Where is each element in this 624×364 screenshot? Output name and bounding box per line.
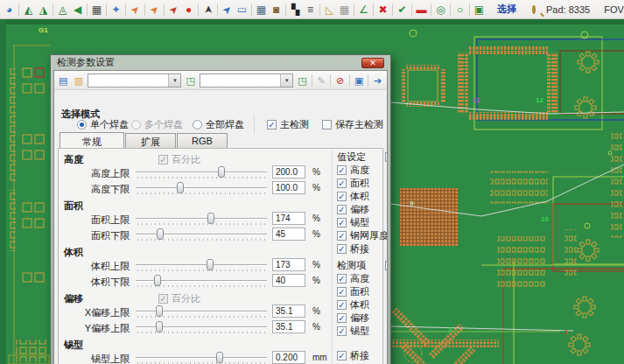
slider-thumb[interactable]: [154, 275, 161, 286]
dart-orange-2-icon[interactable]: ➤: [143, 0, 165, 21]
camera-nav-icon[interactable]: ◕: [2, 1, 17, 18]
chart-icon[interactable]: ∠: [356, 1, 371, 18]
magnifier-icon[interactable]: [532, 5, 536, 14]
tab-常规[interactable]: 常规: [60, 132, 124, 150]
check-item[interactable]: ✓面积: [337, 285, 388, 298]
param-slider[interactable]: [136, 166, 267, 180]
export-icon[interactable]: ➔: [371, 73, 384, 88]
add-profile-icon[interactable]: ▥: [73, 73, 86, 88]
check-item-box-0-1[interactable]: ✓: [337, 178, 347, 188]
check-item[interactable]: ✓高度: [337, 164, 388, 177]
param-slider[interactable]: [136, 259, 267, 273]
check-item-box-0-6[interactable]: ✓: [337, 244, 347, 254]
mode-checkbox-1[interactable]: 保存主检测: [322, 118, 383, 131]
check-item-box-0-3[interactable]: ✓: [337, 205, 347, 214]
param-value-input[interactable]: [272, 212, 305, 225]
prism-icon[interactable]: ◬: [55, 1, 70, 18]
slider-thumb[interactable]: [216, 352, 223, 363]
profile-combo-1-dropdown-icon[interactable]: ▼: [168, 74, 180, 87]
check-item-box-0-0[interactable]: ✓: [337, 165, 347, 175]
mesh-icon[interactable]: ▦: [337, 1, 352, 18]
check-item-box-1-1[interactable]: ✓: [337, 287, 347, 297]
param-value-input[interactable]: [272, 228, 305, 241]
zoom-region-a-icon[interactable]: ◭: [21, 1, 36, 18]
stop-square-icon[interactable]: ▣: [472, 1, 487, 18]
check-item[interactable]: ✓面积: [337, 177, 388, 190]
slider-thumb[interactable]: [218, 166, 225, 178]
slider-thumb[interactable]: [156, 305, 163, 317]
save-icon[interactable]: ▣: [353, 73, 366, 88]
param-value-input[interactable]: [272, 351, 305, 364]
param-slider[interactable]: [136, 213, 267, 227]
mode-checkbox-box-0[interactable]: ✓: [267, 120, 277, 130]
tools-icon[interactable]: ✦: [109, 1, 123, 18]
check-item[interactable]: ✓桥接: [337, 349, 388, 362]
check-apply-icon[interactable]: ✔: [395, 1, 410, 18]
pushpin-icon[interactable]: ➤: [200, 2, 217, 17]
mode-checkbox-box-1[interactable]: [322, 120, 332, 130]
check-item[interactable]: ✓桥接: [337, 242, 388, 256]
check-group-master-checkbox-1[interactable]: [385, 261, 388, 270]
slider-thumb[interactable]: [156, 321, 163, 332]
check-item-box-1-3[interactable]: ✓: [337, 313, 347, 323]
grid-window-icon[interactable]: ▦: [254, 1, 269, 18]
param-value-input[interactable]: [272, 181, 305, 194]
select-mode-button[interactable]: 选择: [497, 3, 516, 16]
ruler-icon[interactable]: ◺: [322, 1, 337, 18]
tiles-icon[interactable]: ▚: [288, 1, 303, 18]
camera-icon[interactable]: ◙: [269, 1, 284, 18]
minus-icon[interactable]: ▬: [414, 1, 429, 18]
check-item[interactable]: ✓偏移: [337, 312, 388, 325]
param-slider[interactable]: [136, 275, 267, 289]
check-item[interactable]: ✓体积: [337, 298, 388, 312]
check-item[interactable]: ✓锡型: [337, 325, 388, 338]
apply-profile-1-icon[interactable]: ◳: [184, 73, 197, 88]
check-item[interactable]: ✓偏移: [337, 203, 388, 216]
param-value-input[interactable]: [272, 165, 305, 178]
percent-checkbox-box-3[interactable]: ✓: [158, 294, 168, 304]
pad-mode-radio-2[interactable]: 全部焊盘: [193, 118, 244, 131]
save-profile-icon[interactable]: ▤: [57, 73, 70, 88]
check-item-box-0-5[interactable]: ✓: [337, 231, 347, 241]
param-value-input[interactable]: [272, 320, 305, 333]
cone-icon[interactable]: ◀: [70, 1, 85, 18]
target-icon[interactable]: ◎: [433, 1, 448, 18]
profile-combo-2[interactable]: ▼: [200, 74, 293, 88]
check-item-box-0-2[interactable]: ✓: [337, 192, 347, 201]
param-slider[interactable]: [136, 228, 267, 242]
close-button[interactable]: ✕: [361, 58, 384, 68]
apply-profile-2-icon[interactable]: ◳: [296, 73, 309, 88]
check-group-master-checkbox-0[interactable]: ✓: [385, 152, 388, 162]
image-icon[interactable]: ▦: [89, 1, 104, 18]
zoom-region-b-icon[interactable]: ◮: [36, 1, 51, 18]
check-item-box-1-2[interactable]: ✓: [337, 300, 347, 310]
param-slider[interactable]: [136, 182, 267, 196]
check-item-box-1-0[interactable]: ✓: [337, 274, 347, 284]
check-item[interactable]: ✓钢网厚度: [337, 229, 388, 242]
param-value-input[interactable]: [272, 304, 305, 318]
dialog-titlebar[interactable]: 检测参数设置 ✕: [53, 55, 388, 70]
dart-orange-1-icon[interactable]: ➤: [123, 0, 146, 21]
pad-mode-radio-0[interactable]: 单个焊盘: [77, 118, 129, 131]
slider-thumb[interactable]: [157, 228, 164, 240]
check-item-box-0-4[interactable]: ✓: [337, 218, 347, 228]
check-item-box-1-6[interactable]: ✓: [337, 351, 347, 360]
param-value-input[interactable]: [272, 258, 305, 271]
circle-icon[interactable]: ○: [452, 1, 467, 18]
delete-icon[interactable]: ✖: [375, 1, 390, 18]
profile-combo-2-dropdown-icon[interactable]: ▼: [280, 74, 292, 87]
slider-thumb[interactable]: [177, 182, 184, 193]
check-item-box-1-4[interactable]: ✓: [337, 326, 347, 336]
slider-thumb[interactable]: [207, 259, 214, 270]
check-item[interactable]: ✓高度: [337, 272, 388, 285]
param-slider[interactable]: [136, 321, 267, 335]
mode-checkbox-0[interactable]: ✓主检测: [267, 118, 309, 131]
edit-icon[interactable]: ✎: [315, 73, 328, 88]
pad-mode-radio-1[interactable]: 多个焊盘: [131, 118, 183, 131]
param-slider[interactable]: [136, 352, 267, 364]
check-item[interactable]: ✓体积: [337, 190, 388, 203]
param-slider[interactable]: [136, 305, 267, 319]
check-item[interactable]: ✓锡型: [337, 216, 388, 229]
profile-combo-1[interactable]: ▼: [88, 74, 181, 88]
sort-az-icon[interactable]: ≡: [303, 1, 318, 18]
